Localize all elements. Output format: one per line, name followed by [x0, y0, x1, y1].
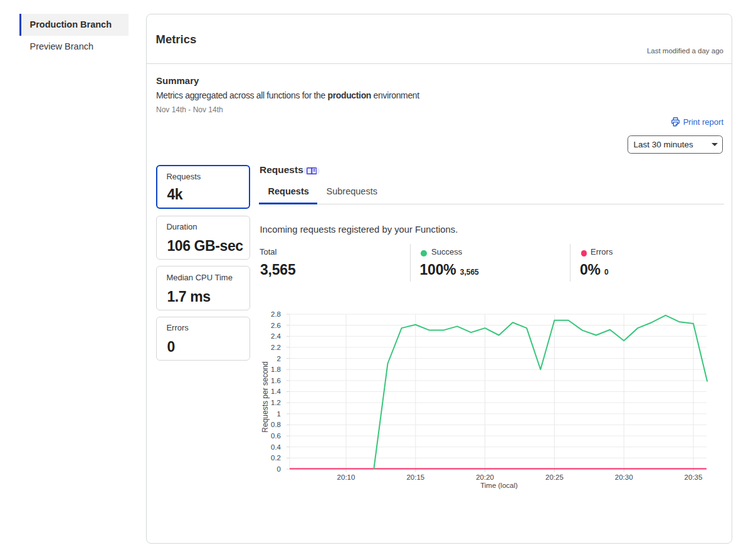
svg-text:20:15: 20:15	[406, 473, 424, 481]
svg-text:2.8: 2.8	[271, 310, 281, 318]
svg-text:2.2: 2.2	[271, 344, 281, 351]
svg-text:0: 0	[277, 465, 281, 473]
svg-text:0.6: 0.6	[271, 432, 281, 440]
svg-text:2.4: 2.4	[271, 332, 281, 340]
svg-text:20:20: 20:20	[476, 473, 494, 481]
svg-text:Requests per second: Requests per second	[261, 361, 270, 432]
svg-text:20:30: 20:30	[615, 473, 633, 481]
svg-text:0.8: 0.8	[271, 421, 281, 428]
svg-text:1.6: 1.6	[271, 377, 281, 384]
svg-text:20:10: 20:10	[337, 473, 355, 481]
svg-text:2: 2	[277, 355, 281, 362]
svg-text:2.6: 2.6	[271, 322, 281, 329]
svg-text:0.4: 0.4	[271, 443, 281, 451]
svg-text:0.2: 0.2	[271, 454, 281, 462]
svg-text:Time (local): Time (local)	[480, 482, 518, 489]
svg-text:1.4: 1.4	[271, 388, 281, 395]
svg-text:20:25: 20:25	[545, 473, 564, 481]
svg-text:1.2: 1.2	[271, 399, 281, 406]
svg-text:1: 1	[277, 410, 281, 418]
svg-text:1.8: 1.8	[271, 366, 281, 373]
svg-text:20:35: 20:35	[685, 473, 703, 481]
